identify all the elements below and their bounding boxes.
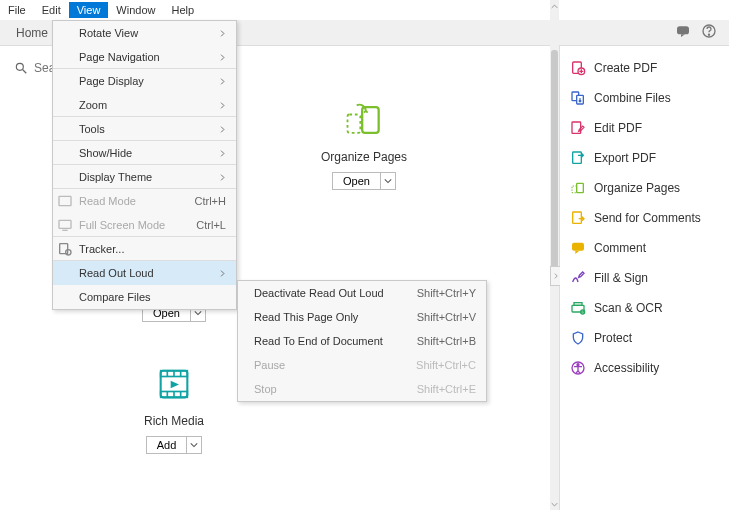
view-menu-item-zoom[interactable]: Zoom	[53, 93, 236, 117]
view-menu-dropdown: Rotate ViewPage NavigationPage DisplayZo…	[52, 20, 237, 310]
menu-help[interactable]: Help	[163, 2, 202, 18]
help-icon[interactable]	[701, 23, 717, 43]
tool-label: Fill & Sign	[594, 271, 648, 285]
rol-item-pause: PauseShift+Ctrl+C	[238, 353, 486, 377]
view-menu-item-display-theme[interactable]: Display Theme	[53, 165, 236, 189]
rich-media-icon	[152, 362, 196, 406]
tool-label: Organize Pages	[594, 181, 680, 195]
chevron-right-icon	[219, 123, 226, 135]
menu-item-label: Read This Page Only	[254, 311, 358, 323]
chevron-right-icon	[219, 99, 226, 111]
svg-rect-21	[348, 115, 361, 133]
menu-item-label: Pause	[254, 359, 285, 371]
chevron-right-icon	[219, 51, 226, 63]
menu-item-label: Tracker...	[79, 243, 124, 255]
chevron-down-icon[interactable]	[186, 436, 202, 454]
menu-file[interactable]: File	[0, 2, 34, 18]
tool-combine-files[interactable]: Combine Files	[570, 90, 719, 106]
svg-line-4	[23, 70, 27, 74]
rol-item-read-to-end-of-document[interactable]: Read To End of DocumentShift+Ctrl+B	[238, 329, 486, 353]
create-pdf-icon	[570, 60, 586, 76]
menu-shortcut: Shift+Ctrl+V	[417, 311, 476, 323]
tool-send-for-comments[interactable]: Send for Comments	[570, 210, 719, 226]
tool-edit-pdf[interactable]: Edit PDF	[570, 120, 719, 136]
menu-window[interactable]: Window	[108, 2, 163, 18]
vertical-scrollbar[interactable]	[550, 0, 559, 510]
view-menu-item-page-navigation[interactable]: Page Navigation	[53, 45, 236, 69]
view-menu-item-compare-files[interactable]: Compare Files	[53, 285, 236, 309]
view-menu-item-full-screen-mode: Full Screen ModeCtrl+L	[53, 213, 236, 237]
right-tools-panel: Create PDF Combine Files Edit PDF Export…	[559, 46, 729, 510]
rol-item-read-this-page-only[interactable]: Read This Page OnlyShift+Ctrl+V	[238, 305, 486, 329]
export-pdf-icon	[570, 150, 586, 166]
menu-item-label: Display Theme	[79, 171, 152, 183]
svg-rect-33	[574, 303, 582, 306]
svg-point-2	[708, 34, 709, 35]
view-menu-item-read-mode: Read ModeCtrl+H	[53, 189, 236, 213]
tool-label: Create PDF	[594, 61, 657, 75]
notifications-icon[interactable]	[675, 23, 691, 43]
view-menu-item-tools[interactable]: Tools	[53, 117, 236, 141]
svg-rect-0	[677, 26, 689, 34]
tool-comment[interactable]: Comment	[570, 240, 719, 256]
menu-item-label: Page Display	[79, 75, 144, 87]
card-title: Organize Pages	[321, 150, 407, 164]
svg-rect-30	[573, 212, 582, 223]
read-mode-icon	[57, 193, 73, 209]
chevron-right-icon	[219, 27, 226, 39]
menu-shortcut: Shift+Ctrl+E	[417, 383, 476, 395]
accessibility-icon	[570, 360, 586, 376]
rol-item-deactivate-read-out-loud[interactable]: Deactivate Read Out LoudShift+Ctrl+Y	[238, 281, 486, 305]
tool-organize-pages[interactable]: Organize Pages	[570, 180, 719, 196]
card-rich-media[interactable]: Rich Media Add	[114, 362, 234, 454]
view-menu-item-tracker[interactable]: Tracker...	[53, 237, 236, 261]
card-title: Rich Media	[144, 414, 204, 428]
combine-files-icon	[570, 90, 586, 106]
menu-item-label: Rotate View	[79, 27, 138, 39]
svg-rect-32	[572, 305, 584, 312]
add-button[interactable]: Add	[146, 436, 187, 454]
tracker-icon	[57, 241, 73, 257]
protect-icon	[570, 330, 586, 346]
read-out-loud-submenu: Deactivate Read Out LoudShift+Ctrl+YRead…	[237, 280, 487, 402]
panel-collapse-handle[interactable]	[550, 266, 560, 286]
menu-item-label: Deactivate Read Out Loud	[254, 287, 384, 299]
chevron-right-icon	[219, 267, 226, 279]
view-menu-item-rotate-view[interactable]: Rotate View	[53, 21, 236, 45]
chevron-right-icon	[219, 147, 226, 159]
menu-edit[interactable]: Edit	[34, 2, 69, 18]
tool-scan-ocr[interactable]: Scan & OCR	[570, 300, 719, 316]
menu-shortcut: Shift+Ctrl+Y	[417, 287, 476, 299]
view-menu-item-show-hide[interactable]: Show/Hide	[53, 141, 236, 165]
svg-rect-37	[59, 196, 71, 205]
tool-protect[interactable]: Protect	[570, 330, 719, 346]
scrollbar-thumb[interactable]	[551, 50, 558, 280]
tool-fill-sign[interactable]: Fill & Sign	[570, 270, 719, 286]
tool-accessibility[interactable]: Accessibility	[570, 360, 719, 376]
menu-shortcut: Ctrl+H	[195, 195, 226, 207]
menu-item-label: Stop	[254, 383, 277, 395]
scroll-up-icon[interactable]	[550, 0, 559, 12]
menu-item-label: Show/Hide	[79, 147, 132, 159]
tool-label: Protect	[594, 331, 632, 345]
tool-create-pdf[interactable]: Create PDF	[570, 60, 719, 76]
open-button[interactable]: Open	[332, 172, 380, 190]
svg-rect-38	[59, 220, 71, 228]
tool-export-pdf[interactable]: Export PDF	[570, 150, 719, 166]
search-icon	[14, 61, 28, 75]
scroll-down-icon[interactable]	[550, 498, 559, 510]
chevron-down-icon[interactable]	[380, 172, 396, 190]
menu-item-label: Read Mode	[79, 195, 136, 207]
card-organize-pages[interactable]: Organize Pages Open	[304, 98, 424, 190]
view-menu-item-read-out-loud[interactable]: Read Out Loud	[53, 261, 236, 285]
scan-ocr-icon	[570, 300, 586, 316]
comment-icon	[570, 240, 586, 256]
organize-open-split[interactable]: Open	[332, 172, 396, 190]
svg-rect-40	[60, 243, 68, 253]
organize-pages-icon	[342, 98, 386, 142]
richmedia-add-split[interactable]: Add	[146, 436, 203, 454]
menu-view[interactable]: View	[69, 2, 109, 18]
tool-label: Send for Comments	[594, 211, 701, 225]
send-comments-icon	[570, 210, 586, 226]
view-menu-item-page-display[interactable]: Page Display	[53, 69, 236, 93]
